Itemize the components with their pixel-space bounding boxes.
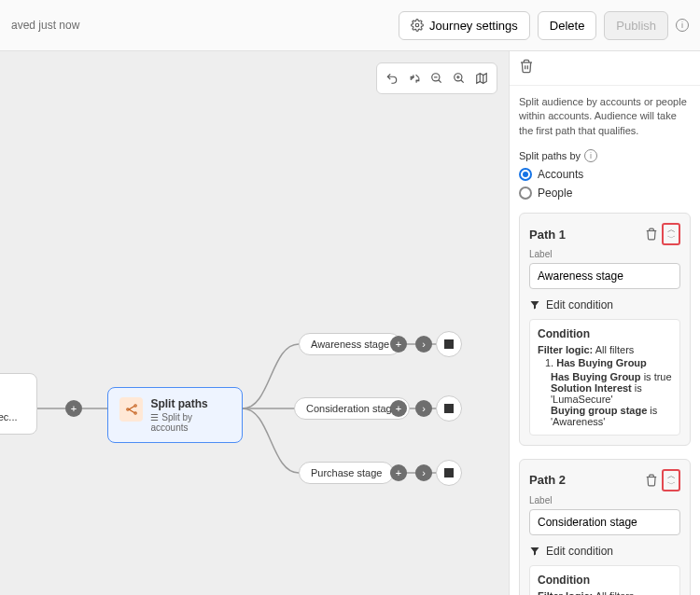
split-by-label: Split paths by i — [519, 149, 691, 162]
path1-reorder: ︿ ﹀ — [662, 223, 680, 245]
end-node-awareness[interactable] — [436, 331, 462, 357]
info-icon[interactable]: i — [676, 19, 689, 32]
source-line1: ring — [0, 381, 29, 393]
panel-description: Split audience by accounts or people wit… — [519, 95, 691, 138]
source-line3: umaSec... — [0, 411, 29, 422]
publish-label: Publish — [616, 19, 656, 33]
radio-people-dot — [519, 187, 532, 200]
add-after-purchase[interactable]: + — [390, 464, 407, 481]
add-after-awareness[interactable]: + — [390, 336, 407, 353]
zoom-out-button[interactable] — [426, 67, 448, 90]
path2-edit-label: Edit condition — [546, 545, 613, 558]
delete-label: Delete — [550, 19, 585, 33]
split-paths-node[interactable]: Split paths ☰ Split by accounts — [107, 387, 243, 443]
split-by-info-icon[interactable]: i — [584, 149, 597, 162]
canvas-toolbar — [376, 62, 497, 94]
chevron-consideration[interactable]: › — [415, 400, 432, 417]
filter-icon — [529, 546, 540, 557]
path2-move-down[interactable]: ﹀ — [665, 480, 677, 489]
radio-accounts-dot — [519, 168, 532, 181]
journey-canvas[interactable]: ring ent umaSec... + Split paths ☰ Split… — [0, 51, 509, 595]
svg-point-19 — [126, 408, 128, 410]
path2-edit-condition[interactable]: Edit condition — [529, 545, 680, 558]
panel-body: Split audience by accounts or people wit… — [510, 86, 700, 595]
path-card-2: Path 2 ︿ ﹀ Label Edit condition — [519, 459, 691, 595]
path2-label-input[interactable] — [529, 509, 680, 535]
radio-people-label: People — [538, 187, 572, 200]
path1-edit-condition[interactable]: Edit condition — [529, 298, 680, 311]
path1-cond-title: Condition — [538, 327, 672, 340]
source-node[interactable]: ring ent umaSec... — [0, 373, 37, 435]
top-buttons: Journey settings Delete Publish i — [399, 11, 689, 40]
end-node-consideration[interactable] — [436, 395, 462, 422]
end-node-purchase[interactable] — [436, 460, 462, 486]
svg-point-0 — [415, 23, 419, 27]
radio-accounts[interactable]: Accounts — [519, 168, 691, 181]
properties-panel: Split audience by accounts or people wit… — [509, 51, 700, 595]
path2-reorder: ︿ ﹀ — [662, 469, 680, 491]
svg-point-21 — [134, 412, 136, 414]
gear-icon — [411, 19, 424, 32]
split-node-title: Split paths — [150, 397, 231, 410]
path1-condition-box: Condition Filter logic: All filters 1. H… — [529, 319, 680, 436]
branch-label-purchase[interactable]: Purchase stage — [299, 462, 394, 484]
delete-node-icon[interactable] — [519, 59, 534, 74]
radio-people[interactable]: People — [519, 187, 691, 200]
filter-icon — [529, 299, 540, 311]
path2-cond-title: Condition — [538, 574, 672, 587]
source-line2: ent — [0, 396, 29, 408]
undo-button[interactable] — [381, 67, 403, 90]
svg-line-2 — [439, 80, 441, 83]
chevron-purchase[interactable]: › — [415, 464, 432, 481]
saved-status: aved just now — [11, 19, 79, 32]
svg-line-5 — [461, 80, 464, 83]
journey-settings-label: Journey settings — [429, 19, 518, 33]
radio-accounts-label: Accounts — [538, 168, 583, 181]
path1-delete-icon[interactable] — [645, 228, 658, 241]
main-area: ring ent umaSec... + Split paths ☰ Split… — [0, 51, 700, 595]
path1-edit-label: Edit condition — [546, 298, 613, 311]
path1-label-caption: Label — [529, 249, 680, 259]
split-node-subtitle: ☰ Split by accounts — [150, 412, 231, 433]
add-node-button[interactable]: + — [65, 400, 82, 417]
panel-header — [510, 51, 700, 86]
path1-move-down[interactable]: ﹀ — [665, 234, 677, 242]
delete-button[interactable]: Delete — [538, 11, 597, 40]
chevron-awareness[interactable]: › — [415, 336, 432, 353]
top-bar: aved just now Journey settings Delete Pu… — [0, 0, 700, 51]
branch-label-awareness[interactable]: Awareness stage — [299, 333, 401, 355]
fit-button[interactable] — [403, 67, 426, 90]
path2-label-caption: Label — [529, 495, 680, 505]
path1-label-input[interactable] — [529, 263, 680, 289]
path1-title: Path 1 — [529, 228, 566, 242]
path2-delete-icon[interactable] — [645, 474, 658, 487]
path2-title: Path 2 — [529, 473, 566, 487]
path2-condition-box: Condition Filter logic: All filters 1. H… — [529, 565, 680, 595]
svg-point-20 — [134, 405, 136, 407]
add-after-consideration[interactable]: + — [390, 400, 407, 417]
journey-settings-button[interactable]: Journey settings — [399, 11, 530, 40]
minimap-button[interactable] — [470, 67, 493, 90]
publish-button: Publish — [604, 11, 668, 40]
path-card-1: Path 1 ︿ ﹀ Label Edit condition — [519, 213, 691, 446]
split-icon — [119, 397, 143, 422]
split-text: Split paths ☰ Split by accounts — [150, 397, 231, 433]
zoom-in-button[interactable] — [448, 67, 470, 90]
